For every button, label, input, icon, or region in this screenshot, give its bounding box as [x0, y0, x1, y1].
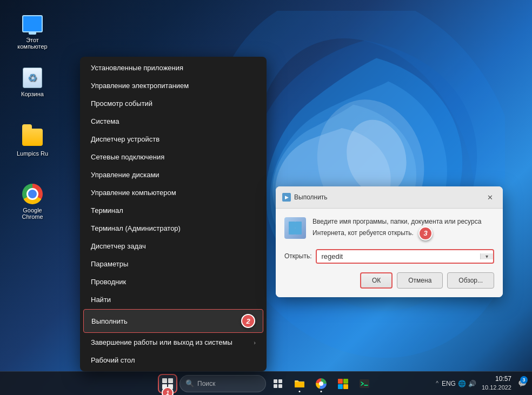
ctx-desktop[interactable]: Рабочий стол: [80, 351, 267, 369]
svg-rect-8: [278, 379, 282, 383]
svg-rect-9: [274, 384, 277, 388]
ctx-installed-apps[interactable]: Установленные приложения: [80, 59, 267, 77]
browser-dot: [321, 391, 322, 392]
search-icon: 🔍: [185, 379, 194, 387]
svg-rect-14: [343, 384, 348, 389]
taskbar: 1 🔍 Поиск: [0, 371, 532, 395]
ctx-device-manager[interactable]: Диспетчер устройств: [80, 130, 267, 148]
file-explorer-button[interactable]: [290, 374, 309, 393]
dialog-run-icon: [284, 217, 306, 239]
ctx-settings[interactable]: Параметры: [80, 255, 267, 273]
ctx-run[interactable]: Выполнить 2: [83, 309, 263, 333]
folder-icon: [22, 126, 43, 148]
store-button[interactable]: [333, 374, 353, 393]
dialog-title-text: Выполнить: [294, 193, 328, 201]
svg-rect-5: [289, 228, 295, 235]
taskbar-center: 1 🔍 Поиск: [158, 374, 374, 393]
dialog-close-button[interactable]: ✕: [483, 191, 496, 204]
chevron-icon[interactable]: ^: [435, 380, 440, 386]
chrome-label: GoogleChrome: [22, 207, 43, 220]
monitor-icon: [22, 13, 43, 35]
desktop: Этоткомпьютер ♻ Корзина Lumpics Ru Googl…: [0, 0, 532, 395]
browser-button[interactable]: [311, 374, 331, 393]
dialog-body: Введите имя программы, папки, документа …: [276, 209, 503, 297]
dialog-input-wrapper: ▾: [316, 249, 494, 264]
clock-time: 10:57: [482, 374, 511, 384]
ctx-shutdown[interactable]: Завершение работы или выход из системы ›: [80, 333, 267, 351]
browse-button[interactable]: Обзор...: [447, 272, 494, 289]
taskbar-right: ^ ENG 🌐 🔊 10:57 10.12.2022 💬 3: [435, 374, 528, 392]
badge-2: 2: [241, 314, 255, 328]
ctx-task-manager[interactable]: Диспетчер задач: [80, 237, 267, 255]
ctx-power-options[interactable]: Управление электропитанием: [80, 77, 267, 95]
run-dialog-icon: ▶: [282, 193, 291, 202]
svg-rect-10: [278, 384, 282, 388]
run-dialog: ▶ Выполнить ✕ Введите имя программы, пап…: [276, 186, 503, 297]
dialog-title-area: ▶ Выполнить: [282, 193, 328, 202]
volume-icon[interactable]: 🔊: [468, 380, 476, 387]
svg-rect-11: [338, 379, 343, 384]
svg-rect-3: [289, 222, 295, 228]
desktop-icon-recycle-bin[interactable]: ♻ Корзина: [11, 65, 54, 99]
network-icon: 🌐: [458, 380, 466, 387]
open-label: Открыть:: [284, 252, 311, 260]
clock-date: 10.12.2022: [482, 384, 511, 392]
lang-indicator[interactable]: ENG: [442, 380, 456, 387]
start-button-area: 1: [158, 374, 177, 393]
task-view-button[interactable]: [268, 374, 288, 393]
ctx-terminal[interactable]: Терминал: [80, 202, 267, 219]
context-menu: Установленные приложения Управление элек…: [80, 57, 267, 371]
taskbar-search[interactable]: 🔍 Поиск: [179, 375, 266, 392]
ok-button[interactable]: ОК: [360, 272, 393, 289]
badge-3: 3: [418, 226, 433, 240]
dialog-buttons: ОК Отмена Обзор...: [284, 272, 494, 289]
dialog-input-row: Открыть: ▾: [284, 249, 494, 264]
dialog-titlebar: ▶ Выполнить ✕: [276, 186, 503, 209]
svg-rect-6: [295, 228, 302, 235]
dialog-description: Введите имя программы, папки, документа …: [312, 217, 494, 240]
ctx-terminal-admin[interactable]: Терминал (Администратор): [80, 219, 267, 237]
recycle-icon: ♻: [22, 67, 43, 89]
recycle-bin-label: Корзина: [21, 91, 44, 97]
ctx-explorer[interactable]: Проводник: [80, 273, 267, 291]
svg-rect-7: [274, 379, 277, 383]
terminal-taskbar-button[interactable]: [355, 374, 374, 393]
svg-rect-12: [343, 379, 348, 384]
svg-rect-13: [338, 384, 343, 389]
ctx-event-viewer[interactable]: Просмотр событий: [80, 95, 267, 112]
notification-count: 3: [520, 376, 528, 384]
desktop-icon-chrome[interactable]: GoogleChrome: [11, 181, 54, 222]
ctx-system[interactable]: Система: [80, 112, 267, 130]
notification-area[interactable]: 💬 3: [517, 375, 528, 392]
my-computer-label: Этоткомпьютер: [17, 37, 47, 50]
svg-rect-4: [295, 222, 302, 228]
svg-rect-15: [360, 379, 369, 388]
explorer-dot: [299, 391, 301, 392]
ctx-network[interactable]: Сетевые подключения: [80, 148, 267, 166]
chrome-icon: [22, 183, 43, 205]
desktop-icon-my-computer[interactable]: Этоткомпьютер: [11, 11, 54, 52]
run-input[interactable]: [317, 250, 480, 263]
cancel-button[interactable]: Отмена: [397, 272, 443, 289]
ctx-search[interactable]: Найти: [80, 291, 267, 309]
badge-1: 1: [162, 387, 174, 396]
folder-label: Lumpics Ru: [17, 150, 48, 157]
ctx-computer-management[interactable]: Управление компьютером: [80, 184, 267, 202]
system-tray: ^: [435, 380, 440, 386]
ctx-disk-management[interactable]: Управление дисками: [80, 166, 267, 184]
desktop-icon-folder[interactable]: Lumpics Ru: [11, 124, 54, 159]
search-label: Поиск: [197, 380, 215, 387]
taskbar-clock[interactable]: 10:57 10.12.2022: [478, 374, 515, 392]
dropdown-arrow[interactable]: ▾: [480, 253, 493, 259]
dialog-content-area: Введите имя программы, папки, документа …: [284, 217, 494, 240]
